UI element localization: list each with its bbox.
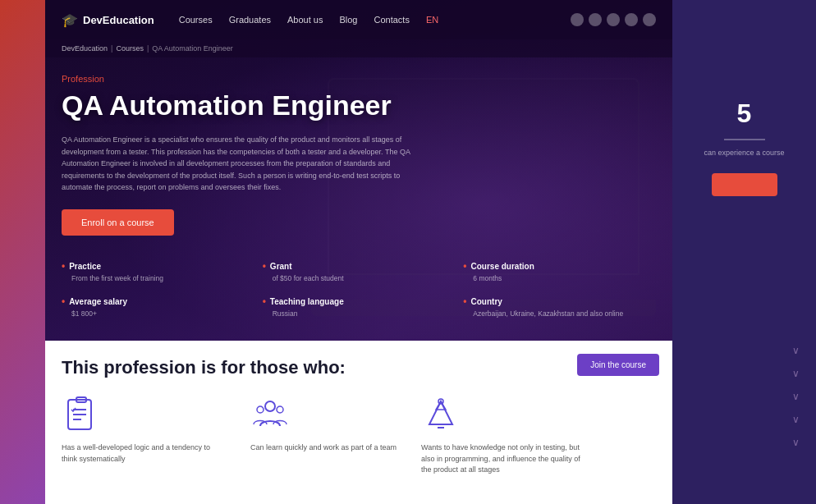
breadcrumb-sep-2: |: [147, 44, 149, 53]
navbar: 🎓 DevEducation Courses Graduates About u…: [45, 0, 672, 39]
breadcrumb: DevEducation | Courses | QA Automation E…: [45, 39, 672, 57]
right-panel-divider: [724, 139, 765, 140]
social-icon-5[interactable]: [643, 13, 656, 26]
social-links: [571, 13, 656, 26]
card-logic: Has a well-developed logic and a tendenc…: [62, 395, 226, 476]
profession-label: Profession: [62, 74, 656, 84]
hero-section: 🎓 DevEducation Courses Graduates About u…: [45, 0, 672, 341]
chevron-4: ∨: [792, 414, 800, 425]
nav-graduates[interactable]: Graduates: [229, 15, 271, 25]
feature-practice-title: Practice: [62, 260, 254, 272]
feature-salary-value: $1 800+: [62, 309, 254, 318]
mountain-icon: [421, 395, 461, 434]
logo-icon: 🎓: [62, 12, 78, 28]
enroll-button[interactable]: Enroll on a course: [62, 209, 174, 236]
social-icon-3[interactable]: [607, 13, 620, 26]
chevron-3: ∨: [792, 391, 800, 402]
nav-contacts[interactable]: Contacts: [374, 15, 409, 25]
nav-blog[interactable]: Blog: [339, 15, 357, 25]
checklist-icon: [62, 395, 101, 434]
feature-duration: Course duration 6 months: [463, 260, 656, 282]
breadcrumb-home[interactable]: DevEducation: [62, 44, 108, 53]
join-course-button[interactable]: Join the course: [577, 354, 659, 376]
feature-salary: Average salary $1 800+: [62, 296, 254, 318]
chevron-5: ∨: [792, 437, 800, 448]
svg-point-6: [257, 406, 264, 413]
chevron-1: ∨: [792, 345, 800, 356]
main-content: 🎓 DevEducation Courses Graduates About u…: [45, 0, 672, 504]
feature-language-title: Teaching language: [263, 296, 456, 307]
feature-practice-value: From the first week of training: [62, 274, 254, 282]
card-team: Can learn quickly and work as part of a …: [250, 395, 397, 476]
breadcrumb-sep-1: |: [111, 44, 112, 53]
hero-content: Profession QA Automation Engineer QA Aut…: [45, 57, 672, 260]
feature-grant: Grant of $50 for each student: [263, 260, 456, 282]
feature-language-value: Russian: [263, 309, 456, 318]
cards-row: Has a well-developed logic and a tendenc…: [62, 395, 656, 476]
logo[interactable]: 🎓 DevEducation: [62, 12, 154, 28]
bg-left-bar: [0, 0, 45, 504]
team-icon: [250, 395, 290, 434]
feature-salary-title: Average salary: [62, 296, 254, 307]
breadcrumb-courses[interactable]: Courses: [116, 44, 144, 53]
feature-country-title: Country: [463, 296, 656, 307]
bg-right-panel: 5 can experience a course ∨ ∨ ∨ ∨ ∨: [672, 0, 816, 504]
feature-grant-title: Grant: [263, 260, 456, 272]
section-title: This profession is for those who:: [62, 357, 656, 378]
hero-title: QA Automation Engineer: [62, 90, 656, 121]
card-quality: Wants to have knowledge not only in test…: [421, 395, 585, 476]
feature-duration-title: Course duration: [463, 260, 656, 272]
nav-courses[interactable]: Courses: [179, 15, 213, 25]
nav-lang[interactable]: EN: [426, 15, 438, 25]
nav-links: Courses Graduates About us Blog Contacts…: [179, 15, 571, 25]
feature-language: Teaching language Russian: [263, 296, 456, 318]
white-section: Join the course This profession is for t…: [45, 341, 672, 504]
nav-about[interactable]: About us: [287, 15, 323, 25]
svg-marker-8: [429, 401, 452, 424]
feature-practice: Practice From the first week of training: [62, 260, 254, 282]
features-grid: Practice From the first week of training…: [45, 260, 672, 318]
svg-point-5: [265, 401, 275, 411]
social-icon-2[interactable]: [589, 13, 602, 26]
feature-duration-value: 6 months: [463, 274, 656, 282]
right-panel-text: can experience a course: [687, 149, 800, 157]
feature-country-value: Azerbaijan, Ukraine, Kazakhstan and also…: [463, 309, 656, 318]
breadcrumb-current: QA Automation Engineer: [152, 44, 233, 53]
right-chevrons: ∨ ∨ ∨ ∨ ∨: [792, 345, 800, 448]
logo-text: DevEducation: [83, 14, 154, 26]
svg-point-7: [277, 406, 283, 413]
feature-country: Country Azerbaijan, Ukraine, Kazakhstan …: [463, 296, 656, 318]
social-icon-4[interactable]: [625, 13, 638, 26]
card-logic-text: Has a well-developed logic and a tendenc…: [62, 442, 226, 465]
social-icon-1[interactable]: [571, 13, 584, 26]
feature-grant-value: of $50 for each student: [263, 274, 456, 282]
hero-description: QA Automation Engineer is a specialist w…: [62, 134, 423, 193]
chevron-2: ∨: [792, 368, 800, 379]
card-quality-text: Wants to have knowledge not only in test…: [421, 442, 585, 476]
right-panel-number: 5: [737, 99, 752, 129]
card-team-text: Can learn quickly and work as part of a …: [250, 442, 397, 454]
right-panel-cta-button[interactable]: [712, 173, 777, 196]
